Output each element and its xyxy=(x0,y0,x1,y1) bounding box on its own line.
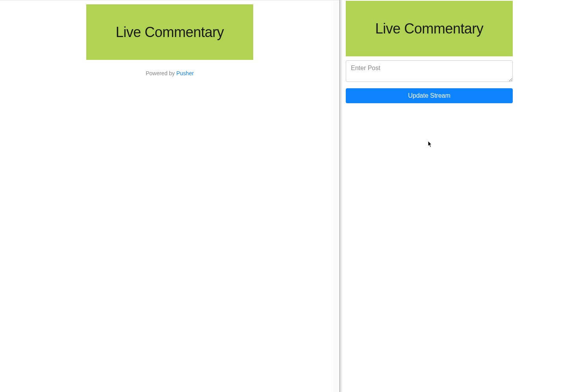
post-input[interactable] xyxy=(346,60,513,82)
powered-by-prefix: Powered by xyxy=(146,70,176,76)
admin-banner: Live Commentary xyxy=(346,1,513,56)
powered-by-text: Powered by Pusher xyxy=(0,70,339,76)
update-stream-button[interactable]: Update Stream xyxy=(346,88,513,103)
admin-pane: Live Commentary Update Stream xyxy=(346,0,573,392)
viewer-banner: Live Commentary xyxy=(86,4,253,60)
admin-banner-title: Live Commentary xyxy=(375,20,484,37)
pane-divider[interactable] xyxy=(339,0,346,392)
pusher-link[interactable]: Pusher xyxy=(176,70,194,76)
viewer-banner-title: Live Commentary xyxy=(116,24,224,41)
viewer-pane: Live Commentary Powered by Pusher xyxy=(0,0,339,392)
scrollbar[interactable] xyxy=(333,0,339,392)
